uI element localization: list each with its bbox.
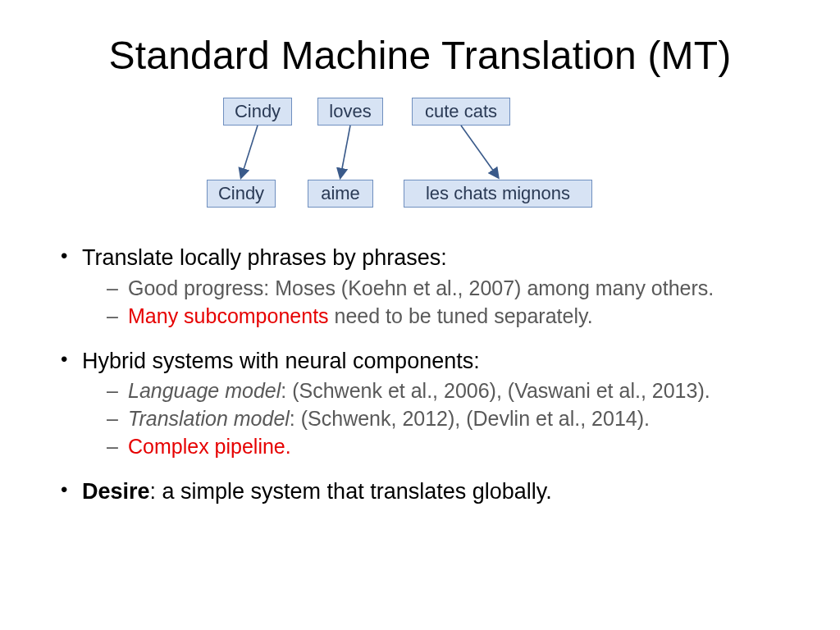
svg-line-1 [340,126,350,177]
svg-line-0 [241,126,258,177]
translation-diagram: Cindy loves cute cats Cindy aime les cha… [190,98,650,221]
source-word-loves: loves [317,98,383,126]
bullet-desire-rest: : a simple system that translates global… [150,479,552,504]
sub-many-subcomponents: Many subcomponents need to be tuned sepa… [107,303,791,329]
sub-translation-model: Translation model: (Schwenk, 2012), (Dev… [107,405,791,431]
italic-translation-model: Translation model [128,407,290,430]
sub-complex-pipeline: Complex pipeline. [107,433,791,459]
bullet-phrases-head: Translate locally phrases by phrases: [82,245,447,270]
sub-many-subcomponents-rest: need to be tuned separately. [329,304,593,327]
bold-desire: Desire [82,479,150,504]
sub-complex-pipeline-dot: . [285,435,291,458]
bullet-desire: Desire: a simple system that translates … [57,477,791,506]
bullet-hybrid: Hybrid systems with neural components: L… [57,347,791,460]
sub-translation-model-rest: : (Schwenk, 2012), (Devlin et al., 2014)… [290,407,650,430]
target-word-aime: aime [308,180,373,208]
svg-line-2 [461,126,498,177]
sub-language-model: Language model: (Schwenk et al., 2006), … [107,377,791,404]
italic-language-model: Language model [128,379,281,402]
source-phrase-cute-cats: cute cats [412,98,510,126]
bullet-phrases: Translate locally phrases by phrases: Go… [57,244,791,329]
bullet-hybrid-sublist: Language model: (Schwenk et al., 2006), … [82,377,791,459]
sub-good-progress: Good progress: Moses (Koehn et al., 2007… [107,275,791,301]
target-word-cindy: Cindy [207,180,276,208]
target-phrase-les-chats-mignons: les chats mignons [404,180,592,208]
source-word-cindy: Cindy [223,98,292,126]
bullet-hybrid-head: Hybrid systems with neural components: [82,349,480,373]
red-text-subcomponents: Many subcomponents [128,304,329,327]
bullet-list: Translate locally phrases by phrases: Go… [41,244,799,506]
slide: Standard Machine Translation (MT) Cindy … [0,0,840,630]
red-text-complex-pipeline: Complex pipeline [128,435,285,458]
sub-language-model-rest: : (Schwenk et al., 2006), (Vaswani et al… [281,379,710,402]
bullet-phrases-sublist: Good progress: Moses (Koehn et al., 2007… [82,275,791,329]
slide-title: Standard Machine Translation (MT) [41,33,799,78]
